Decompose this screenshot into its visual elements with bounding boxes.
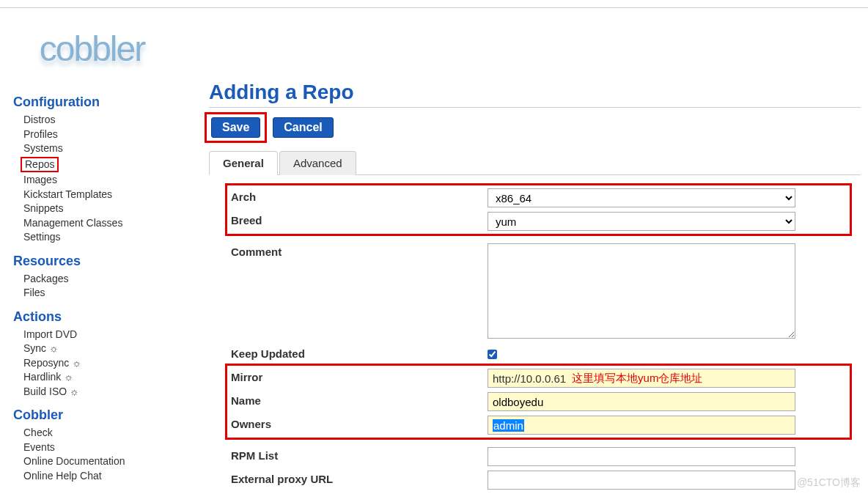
select-arch[interactable]: x86_64 — [488, 188, 795, 207]
mirror-annotation: 这里填写本地yum仓库地址 — [572, 372, 702, 386]
nav-import-dvd[interactable]: Import DVD — [23, 328, 187, 342]
input-mirror[interactable]: http://10.0.0.61 这里填写本地yum仓库地址 — [488, 369, 795, 388]
nav-events[interactable]: Events — [23, 440, 187, 455]
input-external-proxy[interactable] — [488, 471, 795, 490]
tabs: General Advanced — [209, 150, 861, 175]
nav-snippets[interactable]: Snippets — [23, 202, 187, 216]
nav-files[interactable]: Files — [23, 286, 187, 301]
nav-section-actions: Actions — [13, 309, 187, 325]
watermark: @51CTO博客 — [797, 476, 861, 490]
sidebar: cobbler Configuration Distros Profiles S… — [0, 8, 187, 494]
label-keep-updated: Keep Updated — [231, 345, 488, 360]
label-breed: Breed — [231, 212, 488, 226]
checkbox-keep-updated[interactable] — [488, 350, 497, 359]
nav-hardlink[interactable]: Hardlink ☼ — [23, 370, 187, 385]
nav-systems[interactable]: Systems — [23, 141, 187, 156]
label-mirror: Mirror — [231, 369, 488, 383]
nav-kickstart-templates[interactable]: Kickstart Templates — [23, 188, 187, 202]
nav-distros[interactable]: Distros — [23, 113, 187, 128]
label-name: Name — [231, 392, 488, 407]
textarea-comment[interactable] — [488, 243, 795, 339]
page-title: Adding a Repo — [209, 78, 861, 108]
nav-images[interactable]: Images — [23, 173, 187, 188]
label-owners: Owners — [231, 416, 488, 430]
input-rpm-list[interactable] — [488, 447, 795, 466]
tab-general[interactable]: General — [209, 151, 278, 175]
input-name[interactable] — [488, 392, 795, 411]
tab-advanced[interactable]: Advanced — [279, 151, 356, 175]
label-rpm-list: RPM List — [231, 447, 488, 462]
nav-reposync[interactable]: Reposync ☼ — [23, 356, 187, 371]
input-owners[interactable]: admin — [488, 416, 795, 435]
label-comment: Comment — [231, 243, 488, 258]
nav-check[interactable]: Check — [23, 426, 187, 440]
nav-packages[interactable]: Packages — [23, 272, 187, 287]
logo: cobbler — [13, 23, 171, 81]
cancel-button[interactable]: Cancel — [273, 117, 333, 138]
nav-sync[interactable]: Sync ☼ — [23, 342, 187, 356]
nav-online-docs[interactable]: Online Documentation — [23, 454, 187, 469]
nav-section-configuration: Configuration — [13, 95, 187, 110]
nav-section-resources: Resources — [13, 254, 187, 269]
label-arch: Arch — [231, 188, 488, 203]
nav-settings[interactable]: Settings — [23, 230, 187, 245]
save-button[interactable]: Save — [211, 117, 260, 138]
select-breed[interactable]: yum — [488, 212, 795, 231]
nav-online-help[interactable]: Online Help Chat — [23, 469, 187, 484]
nav-profiles[interactable]: Profiles — [23, 128, 187, 142]
nav-build-iso[interactable]: Build ISO ☼ — [23, 385, 187, 399]
nav-section-cobbler: Cobbler — [13, 408, 187, 423]
nav-management-classes[interactable]: Management Classes — [23, 216, 187, 231]
main-content: Adding a Repo Save Cancel General Advanc… — [187, 8, 868, 494]
nav-repos[interactable]: Repos — [21, 157, 59, 173]
label-external-proxy: External proxy URL — [231, 471, 488, 485]
